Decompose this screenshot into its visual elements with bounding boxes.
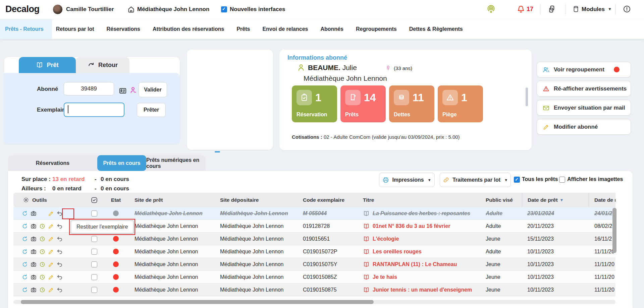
row-checkbox[interactable] bbox=[91, 236, 97, 242]
info-icon[interactable] bbox=[623, 5, 631, 13]
loans-tab-prets-numeriques-en-cours[interactable]: Prêts numériques en cours bbox=[146, 155, 206, 171]
camera-icon[interactable] bbox=[30, 248, 39, 255]
modifier-abonne-button[interactable]: Modifier abonné bbox=[537, 119, 631, 135]
tab-retour[interactable]: Retour bbox=[76, 57, 129, 73]
renew-icon[interactable] bbox=[21, 223, 30, 230]
impressions-button[interactable]: Impressions▼ bbox=[379, 173, 435, 187]
camera-icon[interactable] bbox=[30, 223, 39, 230]
clock-icon[interactable] bbox=[39, 248, 48, 255]
col-outils[interactable]: Outils bbox=[32, 197, 47, 203]
valider-button[interactable]: Valider bbox=[139, 82, 167, 97]
col-site-pret[interactable]: Site de prêt bbox=[129, 197, 215, 203]
title-link[interactable]: La Puissance des herbes : reposantes bbox=[373, 210, 470, 217]
notifications-bell-icon[interactable] bbox=[517, 5, 525, 13]
nav-tab-reservations[interactable]: Réservations bbox=[107, 26, 141, 32]
col-date-retour[interactable]: Date de r bbox=[589, 197, 615, 203]
decalog-logo[interactable]: Decalog bbox=[5, 4, 40, 14]
clock-icon[interactable] bbox=[39, 286, 48, 294]
new-interfaces-checkbox[interactable] bbox=[221, 6, 227, 12]
camera-icon[interactable] bbox=[30, 261, 39, 268]
user-avatar[interactable] bbox=[53, 4, 63, 14]
table-horizontal-scrollbar[interactable] bbox=[21, 300, 374, 304]
pencil-icon[interactable] bbox=[48, 273, 56, 281]
pencil-icon[interactable] bbox=[48, 235, 56, 243]
modules-menu[interactable]: Modules bbox=[582, 6, 605, 13]
col-site-depositaire[interactable]: Site dépositaire bbox=[215, 197, 298, 203]
renew-icon[interactable] bbox=[21, 248, 30, 255]
link-copy-icon[interactable] bbox=[547, 5, 556, 13]
voir-regroupement-button[interactable]: Voir regroupement bbox=[537, 62, 631, 77]
nav-tab-envoi-de-relances[interactable]: Envoi de relances bbox=[262, 26, 308, 32]
col-titre[interactable]: Titre bbox=[358, 197, 480, 203]
stat-card-prets[interactable]: 14Prêts bbox=[340, 85, 386, 122]
nav-tab-retours-par-lot[interactable]: Retours par lot bbox=[56, 26, 94, 32]
undo-icon[interactable] bbox=[56, 286, 65, 294]
table-row[interactable]: Médiathèque John LennonMédiathèque John … bbox=[13, 284, 615, 296]
renew-icon[interactable] bbox=[21, 210, 30, 217]
renew-icon[interactable] bbox=[21, 235, 30, 243]
traitements-button[interactable]: Traitements par lot▼ bbox=[440, 173, 511, 187]
renew-icon[interactable] bbox=[21, 273, 30, 281]
undo-icon[interactable] bbox=[56, 235, 65, 243]
preter-button[interactable]: Prêter bbox=[137, 103, 166, 117]
title-link[interactable]: Les oreilles rouges bbox=[373, 249, 422, 255]
title-link[interactable]: Je te hais bbox=[373, 274, 397, 280]
col-code-exemplaire[interactable]: Code exemplaire bbox=[298, 197, 358, 203]
row-checkbox[interactable] bbox=[91, 261, 97, 267]
title-link[interactable]: Junior tennis : un manuel d'enseignem bbox=[373, 287, 472, 293]
id-card-icon[interactable] bbox=[118, 86, 127, 95]
select-all-icon[interactable] bbox=[91, 196, 98, 204]
col-public-vise[interactable]: Public visé bbox=[480, 197, 522, 203]
abonne-input[interactable] bbox=[64, 82, 114, 96]
pencil-icon[interactable] bbox=[48, 261, 56, 268]
camera-icon[interactable] bbox=[30, 235, 39, 243]
current-library[interactable]: Médiathèque John Lennon bbox=[137, 6, 209, 13]
tab-pret[interactable]: Prêt bbox=[19, 57, 76, 73]
nav-tab-abonnes[interactable]: Abonnés bbox=[320, 26, 343, 32]
stat-card-piege[interactable]: 1Piège bbox=[438, 85, 483, 122]
info-scrollbar-thumb[interactable] bbox=[526, 87, 528, 106]
envoyer-situation-par-mail-button[interactable]: Envoyer situation par mail bbox=[537, 100, 631, 116]
nav-tab-prets[interactable]: Prêts bbox=[236, 26, 250, 32]
nav-tab-regroupements[interactable]: Regroupements bbox=[356, 26, 397, 32]
row-checkbox[interactable] bbox=[91, 249, 97, 255]
row-checkbox[interactable] bbox=[91, 287, 97, 293]
re-afficher-avertissements-button[interactable]: Ré-afficher avertissements bbox=[537, 81, 631, 97]
table-row[interactable]: Médiathèque John LennonMédiathèque John … bbox=[13, 207, 615, 220]
renew-icon[interactable] bbox=[21, 261, 30, 268]
subscriber-person-icon[interactable] bbox=[129, 86, 138, 95]
renew-icon[interactable] bbox=[21, 286, 30, 294]
camera-icon[interactable] bbox=[30, 273, 39, 281]
title-link[interactable]: 01net N° 836 du 3 au 16 février bbox=[373, 223, 450, 229]
table-vertical-scrollbar[interactable] bbox=[612, 208, 616, 253]
col-date-pret[interactable]: Date de prêt▼ bbox=[522, 193, 589, 207]
table-row[interactable]: Médiathèque John LennonMédiathèque John … bbox=[13, 245, 615, 258]
stat-card-reservation[interactable]: 1Réservation bbox=[292, 85, 337, 122]
clock-icon[interactable] bbox=[39, 261, 48, 268]
user-name[interactable]: Camille Tourtillier bbox=[66, 6, 114, 13]
title-link[interactable]: L'écologie bbox=[373, 236, 399, 242]
nav-tab-dettes-reglements[interactable]: Dettes & Règlements bbox=[409, 26, 463, 32]
col-etat[interactable]: Etat bbox=[103, 197, 129, 203]
loans-tab-prets-en-cours[interactable]: Prêts en cours bbox=[97, 155, 146, 171]
pencil-icon[interactable] bbox=[48, 286, 56, 294]
exemplaire-input[interactable] bbox=[64, 103, 124, 117]
tous-les-prets-checkbox[interactable] bbox=[514, 177, 520, 183]
title-link[interactable]: RANTANPLAN (11) : Le Chameau bbox=[373, 261, 457, 267]
undo-icon[interactable] bbox=[56, 248, 65, 255]
afficher-imagettes-checkbox[interactable] bbox=[559, 177, 565, 183]
row-checkbox[interactable] bbox=[91, 274, 97, 280]
clock-icon[interactable] bbox=[39, 273, 48, 281]
nav-tab-attribution-des-reservations[interactable]: Attribution des réservations bbox=[153, 26, 224, 32]
clock-icon[interactable] bbox=[39, 223, 48, 230]
pencil-icon[interactable] bbox=[48, 248, 56, 255]
row-checkbox[interactable] bbox=[91, 210, 97, 217]
undo-icon[interactable] bbox=[56, 273, 65, 281]
camera-icon[interactable] bbox=[30, 286, 39, 294]
nav-tab-prets-retours[interactable]: Prêts - Retours bbox=[5, 26, 44, 32]
clock-icon[interactable] bbox=[39, 235, 48, 243]
pencil-icon[interactable] bbox=[48, 223, 56, 230]
camera-icon[interactable] bbox=[30, 210, 39, 217]
undo-icon[interactable] bbox=[56, 223, 65, 230]
undo-icon[interactable] bbox=[56, 261, 65, 268]
